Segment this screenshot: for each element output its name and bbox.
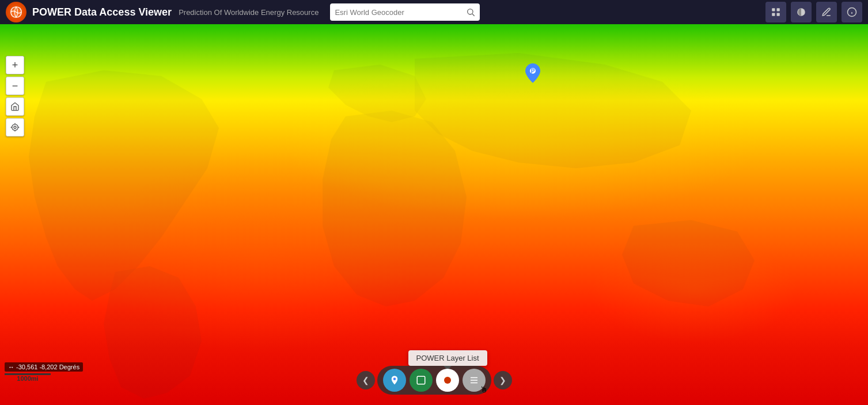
zoom-out-button[interactable]: − bbox=[6, 77, 24, 95]
search-container bbox=[330, 3, 480, 21]
svg-line-2 bbox=[472, 14, 475, 16]
record-tool-button[interactable] bbox=[436, 369, 459, 392]
scale-bar: 1000mi bbox=[5, 373, 51, 382]
header-icons bbox=[765, 2, 862, 22]
svg-point-1 bbox=[468, 9, 473, 14]
region-tool-button[interactable] bbox=[410, 369, 433, 392]
home-button[interactable] bbox=[6, 97, 24, 116]
location-tool-button[interactable] bbox=[383, 369, 406, 392]
locate-button[interactable] bbox=[6, 118, 24, 137]
toolbar-prev-button[interactable]: ❮ bbox=[357, 371, 375, 389]
svg-rect-3 bbox=[772, 8, 775, 11]
bottom-toolbar: ❮ bbox=[357, 366, 512, 395]
info-button[interactable] bbox=[842, 2, 862, 22]
zoom-controls: + − bbox=[6, 56, 24, 137]
svg-point-17 bbox=[444, 377, 451, 384]
app-subtitle: Prediction Of Worldwide Energy Resource bbox=[179, 8, 319, 17]
coordinates-display: ↔ -30,561 -8,202 Degrés bbox=[5, 362, 83, 372]
search-button[interactable] bbox=[466, 7, 475, 17]
layer-list-tooltip: POWER Layer List bbox=[408, 350, 487, 366]
world-map-svg bbox=[0, 24, 868, 405]
svg-rect-16 bbox=[417, 376, 425, 384]
scale-label: 1000mi bbox=[5, 375, 51, 382]
svg-point-13 bbox=[14, 126, 16, 128]
toolbar-track: 🖱 bbox=[377, 366, 491, 395]
app-title: POWER Data Access Viewer bbox=[32, 6, 172, 18]
svg-point-15 bbox=[393, 378, 396, 381]
layer-button[interactable] bbox=[791, 2, 812, 22]
map-location-pin[interactable]: P bbox=[525, 63, 540, 81]
search-input[interactable] bbox=[335, 8, 466, 17]
app-logo bbox=[6, 2, 26, 22]
svg-rect-5 bbox=[772, 13, 775, 16]
toolbar-next-button[interactable]: ❯ bbox=[494, 371, 512, 389]
svg-text:P: P bbox=[531, 68, 535, 74]
header-bar: POWER Data Access Viewer Prediction Of W… bbox=[0, 0, 868, 24]
map-view[interactable]: P + − ↔ -30,561 -8,202 Degrés 1000mi POW… bbox=[0, 24, 868, 405]
svg-rect-6 bbox=[777, 13, 780, 16]
grid-button[interactable] bbox=[765, 2, 786, 22]
zoom-in-button[interactable]: + bbox=[6, 56, 24, 74]
svg-rect-4 bbox=[777, 8, 780, 11]
layer-list-button[interactable]: 🖱 bbox=[463, 369, 486, 392]
edit-button[interactable] bbox=[816, 2, 837, 22]
svg-point-14 bbox=[12, 124, 18, 131]
